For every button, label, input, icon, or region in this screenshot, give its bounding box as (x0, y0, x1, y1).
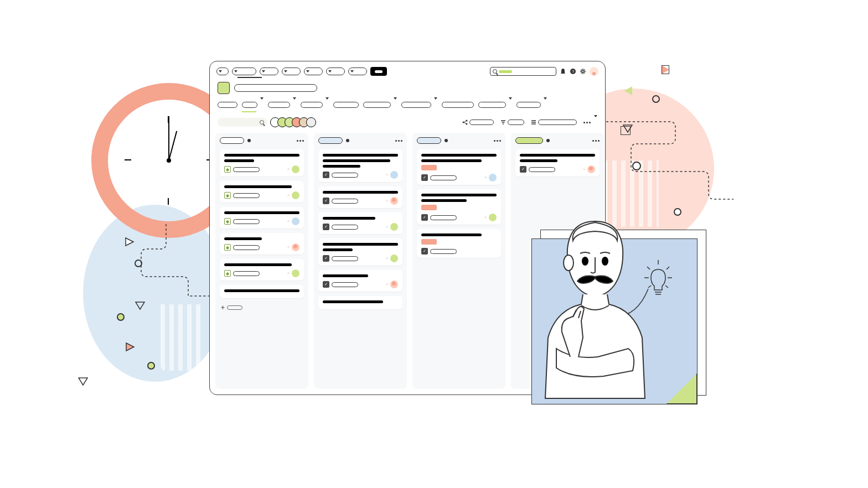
group-button[interactable] (531, 120, 577, 125)
tab-2[interactable] (242, 100, 264, 110)
nav-dropdown-1[interactable] (216, 68, 229, 75)
card-title-line (421, 154, 497, 157)
kanban-card[interactable]: ✓ (417, 229, 501, 258)
create-button[interactable] (370, 67, 387, 76)
add-card-button[interactable]: + (220, 303, 304, 313)
assignee-avatar[interactable] (292, 191, 299, 199)
settings-gear-icon[interactable] (580, 68, 586, 75)
more-options-button[interactable] (583, 117, 597, 127)
board-search-input[interactable] (218, 118, 267, 127)
checkbox-icon[interactable]: ✓ (421, 214, 428, 221)
workspace-icon[interactable] (218, 82, 230, 94)
search-icon (493, 69, 497, 74)
checkbox-icon[interactable]: ✓ (323, 281, 329, 288)
kanban-card[interactable]: ◆^ (220, 259, 304, 281)
kanban-column[interactable]: ✓^✓^✓ (412, 133, 505, 389)
assignee-avatar[interactable] (390, 223, 398, 231)
nav-dropdown-7[interactable] (348, 68, 367, 75)
filter-button[interactable] (500, 120, 524, 125)
column-menu-button[interactable] (297, 140, 304, 142)
column-status-dot (247, 139, 251, 142)
kanban-card[interactable]: ✓^ (417, 189, 501, 225)
kanban-column[interactable]: ✓^✓^✓^✓^✓^ (314, 133, 407, 389)
assignee-avatar[interactable] (292, 217, 299, 225)
tab-8[interactable] (442, 100, 474, 110)
user-avatar[interactable] (590, 67, 598, 76)
card-footer: ◆^ (224, 269, 299, 277)
kanban-card[interactable] (220, 285, 304, 298)
tab-1[interactable] (218, 100, 237, 110)
svg-marker-2 (136, 302, 144, 309)
checkbox-icon[interactable]: ✓ (421, 174, 428, 181)
column-status-dot (546, 139, 550, 142)
kanban-card[interactable]: ✓^ (515, 149, 600, 176)
column-menu-button[interactable] (395, 140, 402, 142)
tab-4[interactable] (301, 100, 329, 110)
assignee-avatar[interactable] (292, 269, 299, 277)
priority-arrow-icon: ^ (386, 256, 388, 261)
assignee-avatar[interactable] (587, 165, 595, 173)
member-filter[interactable] (273, 117, 316, 127)
assignee-avatar[interactable] (292, 165, 299, 173)
column-name-badge[interactable] (220, 137, 244, 144)
kanban-card[interactable]: ✓^ (318, 270, 402, 292)
nav-dropdown-2[interactable] (232, 68, 256, 75)
search-value (499, 70, 512, 73)
card-title-line (224, 159, 254, 162)
nav-dropdown-4[interactable] (282, 68, 301, 75)
checkbox-icon[interactable]: ✓ (323, 198, 329, 204)
kanban-card[interactable]: ◆^ (220, 149, 304, 176)
assignee-avatar[interactable] (390, 281, 398, 288)
priority-arrow-icon: ^ (386, 225, 388, 230)
kanban-card[interactable]: ◆^ (220, 233, 304, 255)
tab-3[interactable] (268, 100, 296, 110)
tab-5[interactable] (333, 100, 359, 110)
tab-7[interactable] (401, 100, 437, 110)
card-title-line (224, 211, 299, 214)
card-title-line (520, 159, 557, 162)
checkbox-icon[interactable]: ✓ (421, 248, 428, 255)
nav-dropdown-6[interactable] (326, 68, 345, 75)
card-title-line (323, 243, 398, 246)
tab-10[interactable] (516, 100, 547, 110)
column-menu-button[interactable] (494, 140, 501, 142)
column-name-badge[interactable] (318, 137, 343, 144)
assignee-avatar[interactable] (292, 243, 299, 251)
card-title-line (323, 165, 360, 168)
help-icon[interactable]: ? (570, 68, 576, 75)
kanban-column[interactable]: ◆^◆^◆^◆^◆^+ (215, 133, 308, 389)
card-id-badge (430, 249, 457, 254)
kanban-card[interactable] (318, 296, 402, 309)
kanban-card[interactable]: ✓^ (318, 186, 402, 208)
checkbox-icon[interactable]: ✓ (323, 224, 329, 230)
workspace-title[interactable] (234, 84, 317, 92)
kanban-card[interactable]: ✓^ (318, 238, 402, 266)
column-name-badge[interactable] (417, 137, 441, 144)
assignee-avatar[interactable] (390, 197, 398, 205)
card-id-badge (332, 173, 358, 178)
kanban-card[interactable]: ✓^ (318, 149, 402, 182)
kanban-card[interactable]: ◆^ (220, 181, 304, 203)
share-button[interactable] (462, 120, 494, 125)
assignee-avatar[interactable] (390, 255, 398, 262)
column-name-badge[interactable] (515, 137, 543, 144)
global-search-input[interactable] (490, 67, 556, 76)
checkbox-icon[interactable]: ✓ (323, 255, 329, 262)
notifications-icon[interactable] (560, 68, 566, 75)
column-menu-button[interactable] (592, 140, 600, 142)
assignee-avatar[interactable] (489, 214, 497, 221)
kanban-card[interactable]: ✓^ (417, 149, 501, 185)
tab-6[interactable] (363, 100, 397, 110)
checkbox-icon[interactable]: ✓ (323, 172, 329, 178)
card-title-line (224, 289, 299, 292)
checkbox-icon[interactable]: ✓ (520, 166, 526, 173)
svg-point-11 (564, 255, 574, 271)
member-avatar[interactable] (306, 117, 316, 127)
kanban-card[interactable]: ◆^ (220, 207, 304, 229)
nav-dropdown-3[interactable] (260, 68, 278, 75)
tab-9[interactable] (478, 100, 512, 110)
assignee-avatar[interactable] (489, 174, 497, 181)
kanban-card[interactable]: ✓^ (318, 212, 402, 234)
nav-dropdown-5[interactable] (304, 68, 323, 75)
assignee-avatar[interactable] (390, 171, 398, 179)
